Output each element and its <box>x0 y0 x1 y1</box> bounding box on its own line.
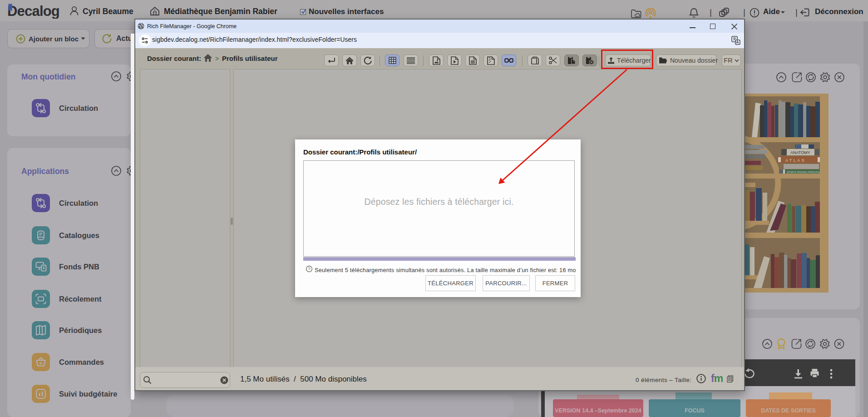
svg-text:Decalog: Decalog <box>7 3 59 19</box>
svg-text:?: ? <box>308 267 311 271</box>
